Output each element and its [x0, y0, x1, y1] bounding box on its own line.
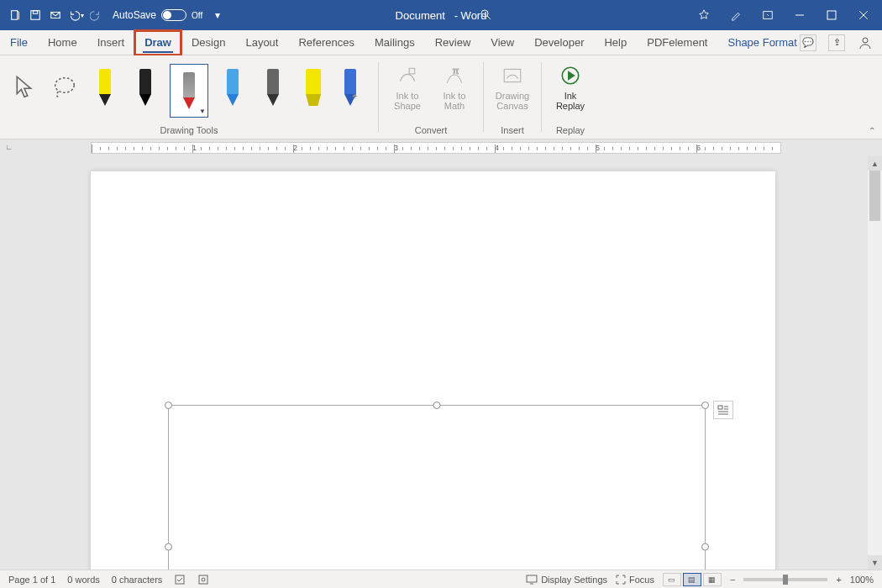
qat-dropdown-icon[interactable]: ▾ — [209, 7, 226, 24]
read-mode-icon[interactable]: ▭ — [663, 573, 681, 586]
undo-icon[interactable]: ▾ — [67, 7, 84, 24]
autosave-state: Off — [192, 11, 202, 20]
group-replay: InkReplay Replay — [542, 55, 599, 139]
tab-insert[interactable]: Insert — [87, 30, 135, 55]
svg-rect-1 — [31, 11, 40, 20]
status-words[interactable]: 0 words — [67, 575, 100, 585]
close-button[interactable] — [852, 7, 875, 24]
tab-shape-format[interactable]: Shape Format — [717, 30, 806, 55]
zoom-in-icon[interactable]: + — [836, 575, 841, 585]
zoom-out-icon[interactable]: − — [730, 575, 735, 585]
group-label-convert: Convert — [415, 125, 448, 137]
qat-mail-icon[interactable] — [47, 7, 64, 24]
title-bar: ▾ AutoSave Off ▾ Document - Word — [0, 0, 882, 30]
group-drawing-tools: ▼ ✦ Drawing Tools — [0, 55, 378, 139]
print-layout-icon[interactable]: ▤ — [683, 573, 701, 586]
search-icon[interactable] — [479, 8, 496, 24]
comments-icon[interactable]: 💬 — [800, 34, 816, 51]
pen-red-selected[interactable]: ▼ — [170, 64, 208, 118]
zoom-slider[interactable] — [743, 578, 827, 581]
select-tool[interactable] — [8, 64, 40, 111]
scroll-up-icon[interactable]: ▲ — [868, 156, 882, 171]
svg-rect-13 — [718, 406, 722, 409]
lasso-tool[interactable] — [49, 64, 81, 111]
collapse-ribbon-icon[interactable]: ⌃ — [869, 126, 875, 135]
account-icon[interactable] — [857, 34, 874, 51]
tab-file[interactable]: File — [0, 30, 38, 55]
save-icon[interactable] — [27, 7, 44, 24]
drawing-canvas-shape[interactable] — [168, 405, 706, 570]
ink-replay-icon — [557, 62, 584, 89]
svg-rect-9 — [409, 68, 415, 74]
zoom-knob[interactable] — [783, 575, 788, 585]
redo-icon[interactable] — [87, 7, 104, 24]
svg-rect-17 — [527, 575, 537, 582]
pen-mode-icon[interactable] — [724, 7, 748, 24]
tab-layout[interactable]: Layout — [235, 30, 288, 55]
tab-review[interactable]: Review — [425, 30, 481, 55]
premium-icon[interactable] — [692, 7, 716, 24]
svg-point-4 — [481, 10, 488, 17]
tab-developer[interactable]: Developer — [524, 30, 594, 55]
zoom-value[interactable]: 100% — [850, 575, 874, 585]
group-insert: DrawingCanvas Insert — [484, 55, 541, 139]
status-chars[interactable]: 0 characters — [112, 575, 163, 585]
macro-icon[interactable] — [197, 574, 209, 585]
display-settings-button[interactable]: Display Settings — [526, 575, 607, 585]
svg-rect-11 — [504, 69, 521, 81]
tabs-right: 💬 ⇪ — [800, 34, 874, 51]
tab-pdfelement[interactable]: PDFelement — [637, 30, 717, 55]
chevron-down-icon[interactable]: ▼ — [199, 108, 206, 115]
web-layout-icon[interactable]: ▦ — [703, 573, 722, 586]
tab-view[interactable]: View — [480, 30, 524, 55]
quick-access-toolbar: ▾ — [0, 7, 104, 24]
pen-effects[interactable]: ✦ — [338, 64, 370, 111]
highlighter-yellow[interactable] — [297, 64, 329, 111]
resize-handle[interactable] — [701, 543, 709, 551]
ink-to-shape-icon — [394, 62, 421, 89]
view-mode-buttons: ▭ ▤ ▦ — [663, 573, 722, 586]
tab-stop-icon[interactable]: ∟ — [5, 143, 13, 151]
focus-button[interactable]: Focus — [616, 575, 654, 585]
title-right-controls — [692, 7, 875, 24]
ribbon-display-icon[interactable] — [756, 7, 780, 24]
tab-help[interactable]: Help — [594, 30, 637, 55]
maximize-button[interactable] — [820, 7, 843, 24]
tab-references[interactable]: References — [288, 30, 364, 55]
resize-handle[interactable] — [701, 402, 709, 409]
resize-handle[interactable] — [165, 402, 172, 409]
svg-point-7 — [863, 38, 868, 43]
vertical-scrollbar[interactable]: ▲ ▼ — [868, 156, 882, 570]
tab-home[interactable]: Home — [38, 30, 87, 55]
pen-blue[interactable] — [217, 64, 249, 111]
pen-gray[interactable] — [257, 64, 289, 111]
toggle-off-icon[interactable] — [161, 9, 186, 21]
tab-mailings[interactable]: Mailings — [365, 30, 425, 55]
tab-draw[interactable]: Draw — [134, 30, 181, 55]
scroll-thumb[interactable] — [869, 171, 880, 221]
ink-replay-button[interactable]: InkReplay — [547, 59, 594, 111]
spellcheck-icon[interactable] — [174, 574, 186, 585]
ruler: ∟ 1234567 — [0, 139, 882, 156]
tab-design[interactable]: Design — [181, 30, 235, 55]
document-title: Document - Word — [396, 9, 487, 22]
share-icon[interactable]: ⇪ — [828, 34, 845, 51]
pen-dark[interactable] — [129, 64, 161, 111]
pen-black[interactable] — [89, 64, 121, 111]
svg-rect-6 — [827, 11, 836, 19]
ribbon: ▼ ✦ Drawing Tools Ink toShape — [0, 55, 882, 139]
group-label-insert: Insert — [501, 125, 524, 137]
resize-handle[interactable] — [165, 543, 172, 551]
scroll-down-icon[interactable]: ▼ — [868, 555, 882, 570]
drawing-canvas-icon — [499, 62, 526, 89]
horizontal-ruler[interactable]: 1234567 — [91, 142, 781, 154]
status-page[interactable]: Page 1 of 1 — [8, 575, 55, 585]
ink-to-shape-button: Ink toShape — [384, 59, 431, 111]
minimize-button[interactable] — [788, 7, 811, 24]
autosave-toggle[interactable]: AutoSave Off — [113, 9, 202, 21]
svg-point-8 — [55, 78, 75, 93]
layout-options-icon[interactable] — [713, 401, 733, 419]
resize-handle[interactable] — [433, 402, 441, 409]
ink-to-math-icon: π — [441, 62, 468, 89]
qat-new-icon[interactable] — [7, 7, 24, 24]
